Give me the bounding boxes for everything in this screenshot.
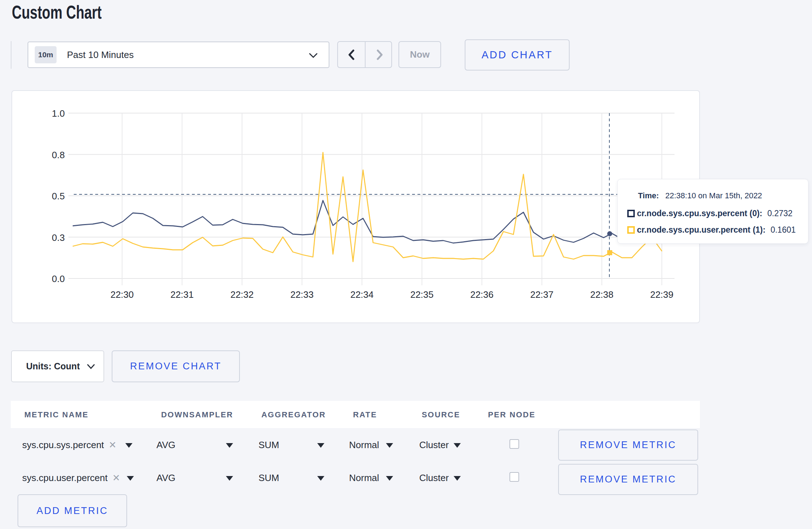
svg-text:22:32: 22:32 (230, 289, 253, 300)
svg-text:0.8: 0.8 (52, 150, 65, 160)
svg-text:22:39: 22:39 (650, 289, 673, 300)
svg-text:22:31: 22:31 (170, 289, 194, 300)
svg-text:22:38: 22:38 (590, 289, 613, 300)
svg-text:22:36: 22:36 (470, 289, 493, 300)
svg-text:1.0: 1.0 (52, 108, 65, 119)
svg-text:22:37: 22:37 (530, 289, 554, 300)
svg-text:22:34: 22:34 (350, 289, 373, 300)
svg-text:22:35: 22:35 (410, 289, 434, 300)
svg-text:22:30: 22:30 (110, 289, 134, 300)
svg-text:0.3: 0.3 (52, 232, 65, 243)
svg-text:22:33: 22:33 (290, 289, 314, 300)
svg-text:0.0: 0.0 (52, 273, 65, 284)
svg-text:0.5: 0.5 (52, 191, 65, 202)
